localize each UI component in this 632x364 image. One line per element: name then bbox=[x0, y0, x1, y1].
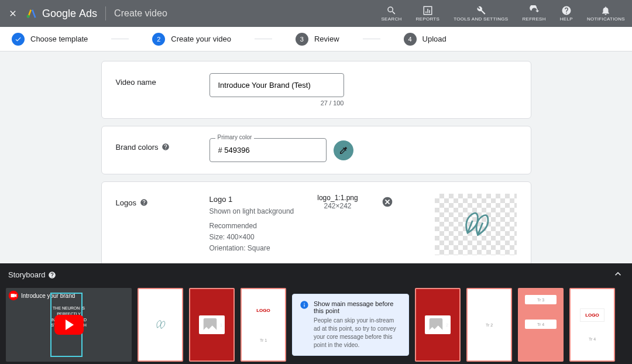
refresh-icon bbox=[529, 5, 540, 16]
youtube-camera-icon bbox=[8, 290, 19, 301]
text-bar: Tr 3 bbox=[525, 295, 557, 304]
google-ads-logo: Google Ads bbox=[26, 8, 97, 20]
color-picker-button[interactable] bbox=[334, 140, 353, 160]
logo-placeholder: LOGO bbox=[256, 308, 270, 313]
step-label: Upload bbox=[423, 35, 446, 43]
bell-icon bbox=[600, 5, 611, 16]
leaf-logo-icon bbox=[153, 317, 168, 332]
logo-orientation: Orientation: Square bbox=[209, 243, 294, 254]
notifications-tool[interactable]: NOTIFICATIONS bbox=[587, 5, 625, 22]
brand-suffix: Ads bbox=[79, 8, 97, 19]
remove-logo-button[interactable] bbox=[382, 196, 393, 208]
primary-color-input[interactable] bbox=[209, 138, 327, 162]
divider bbox=[105, 6, 106, 20]
help-icon[interactable] bbox=[48, 271, 56, 279]
image-chip-2: 2 bbox=[425, 315, 451, 334]
logo-recommended: Recommended bbox=[209, 221, 294, 232]
youtube-play-button[interactable] bbox=[54, 315, 84, 335]
storyboard-frame-image-2[interactable]: 2 bbox=[415, 288, 461, 362]
storyboard-intro-frame[interactable]: Introduce your brand THE NEURON IS PERFE… bbox=[6, 288, 132, 362]
logo-file-info: logo_1:1.png 242×242 bbox=[317, 194, 358, 255]
help-icon[interactable] bbox=[140, 198, 148, 207]
text-tag: Tr 4 bbox=[589, 337, 596, 341]
step-label: Choose template bbox=[30, 35, 88, 43]
brand-colors-card: Brand colors Primary color bbox=[101, 126, 531, 174]
logo-placeholder: LOGO bbox=[580, 308, 604, 322]
cancel-icon bbox=[382, 196, 393, 208]
close-button[interactable] bbox=[7, 8, 19, 19]
logo-title: Logo 1 bbox=[209, 194, 294, 206]
logo-filename: logo_1:1.png bbox=[317, 194, 358, 202]
step-create-video[interactable]: 2 Create your video bbox=[152, 33, 231, 46]
tools-settings-tool[interactable]: TOOLS AND SETTINGS bbox=[454, 5, 508, 22]
storyboard-title: Storyboard bbox=[8, 270, 46, 279]
storyboard-frame-logo[interactable] bbox=[138, 288, 183, 362]
storyboard-frame-text-2[interactable]: Tr 2 bbox=[466, 288, 512, 362]
eyedropper-icon bbox=[339, 146, 348, 155]
chevron-up-icon bbox=[612, 268, 624, 280]
step-divider bbox=[255, 39, 272, 39]
wrench-icon bbox=[476, 5, 486, 16]
primary-color-floating-label: Primary color bbox=[215, 134, 255, 140]
info-icon bbox=[300, 300, 309, 310]
check-icon bbox=[15, 36, 22, 43]
help-icon bbox=[561, 5, 572, 16]
reports-icon bbox=[423, 5, 433, 16]
search-icon bbox=[386, 5, 397, 16]
refresh-tool[interactable]: REFRESH bbox=[522, 5, 545, 22]
logo-size: Size: 400×400 bbox=[209, 232, 294, 243]
brand-colors-label: Brand colors bbox=[116, 143, 159, 152]
video-name-counter: 27 / 100 bbox=[209, 99, 344, 107]
storyboard-panel: Storyboard Introduce your brand THE NEUR… bbox=[0, 263, 632, 364]
page-title: Create video bbox=[114, 8, 167, 19]
svg-point-0 bbox=[27, 15, 30, 18]
step-choose-template[interactable]: Choose template bbox=[12, 33, 88, 46]
info-title: Show main message before this point bbox=[314, 300, 401, 314]
help-tool[interactable]: HELP bbox=[560, 5, 573, 22]
step-divider bbox=[363, 39, 380, 39]
image-chip-1: 1 bbox=[199, 315, 225, 334]
step-label: Review bbox=[314, 35, 339, 43]
stepper: Choose template 2 Create your video 3 Re… bbox=[0, 27, 632, 51]
logo-meta: Logo 1 Shown on light background Recomme… bbox=[209, 194, 294, 255]
help-icon[interactable] bbox=[162, 143, 170, 151]
collapse-storyboard-button[interactable] bbox=[612, 268, 624, 281]
logos-label: Logos bbox=[116, 198, 136, 207]
brand-prefix: Google bbox=[42, 8, 76, 19]
logo-subtitle: Shown on light background bbox=[209, 206, 294, 217]
svg-rect-4 bbox=[11, 294, 15, 297]
step-divider bbox=[111, 39, 129, 39]
text-tag: Tr 2 bbox=[486, 323, 493, 327]
storyboard-info-callout: Show main message before this point Peop… bbox=[292, 294, 409, 356]
leaf-logo-icon bbox=[455, 204, 496, 245]
logo-dimensions: 242×242 bbox=[317, 202, 358, 210]
storyboard-frame-bars[interactable]: Tr 3 Tr 4 bbox=[518, 288, 564, 362]
logo-preview bbox=[435, 194, 517, 255]
video-name-card: Video name 27 / 100 bbox=[101, 61, 531, 119]
step-upload[interactable]: 4 Upload bbox=[404, 33, 446, 46]
storyboard-frame-text-1[interactable]: LOGO Tr 1 bbox=[241, 288, 286, 362]
video-name-label: Video name bbox=[116, 73, 209, 107]
search-tool[interactable]: SEARCH bbox=[381, 5, 401, 22]
info-body: People can skip your in-stream ad at thi… bbox=[314, 317, 401, 349]
step-review[interactable]: 3 Review bbox=[296, 33, 339, 46]
video-name-input[interactable] bbox=[209, 73, 344, 97]
storyboard-frame-logo-text[interactable]: LOGO Tr 4 bbox=[569, 288, 615, 362]
step-label: Create your video bbox=[171, 35, 231, 43]
text-tag: Tr 1 bbox=[260, 338, 267, 342]
storyboard-frame-image-1[interactable]: 1 bbox=[189, 288, 235, 362]
logos-card: Logos Logo 1 Shown on light background R… bbox=[101, 181, 531, 263]
text-bar: Tr 4 bbox=[525, 320, 557, 329]
reports-tool[interactable]: REPORTS bbox=[416, 5, 440, 22]
